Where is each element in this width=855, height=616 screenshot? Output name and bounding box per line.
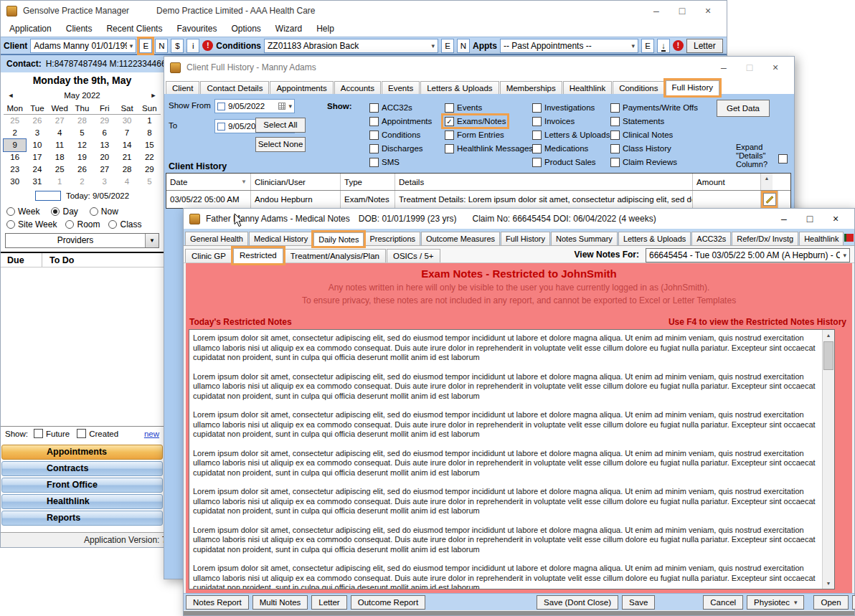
history-tab-full-history[interactable]: Full History [666, 80, 720, 95]
calendar-day[interactable]: 28 [71, 115, 93, 127]
notes-sub-tab-osics-5[interactable]: OSICs / 5+ [387, 249, 440, 262]
calendar-day[interactable]: 6 [93, 127, 115, 139]
notes-tab-medical-history[interactable]: Medical History [249, 232, 313, 245]
notes-scrollbar[interactable]: ▲ ▼ [822, 330, 834, 589]
calendar-day[interactable]: 25 [4, 115, 26, 127]
expand-details-checkbox[interactable] [778, 154, 788, 164]
filter-checkbox-product-sales[interactable]: Product Sales [531, 156, 597, 168]
menu-item-favourites[interactable]: Favourites [176, 24, 217, 34]
scroll-thumb[interactable] [823, 341, 833, 370]
checkbox-future[interactable]: Future [34, 429, 70, 438]
scroll-up-icon[interactable]: ▲ [823, 330, 834, 341]
menu-item-options[interactable]: Options [231, 24, 260, 34]
notes-sub-tab-treatment-analysis-plan[interactable]: Treatment/Analysis/Plan [284, 249, 386, 262]
filter-checkbox-investigations[interactable]: Investigations [531, 102, 596, 113]
notes-tab-notes-summary[interactable]: Notes Summary [551, 232, 618, 245]
filter-checkbox-events[interactable]: Events [443, 102, 483, 113]
menu-item-wizard[interactable]: Wizard [275, 24, 302, 34]
filter-checkbox-exams-notes[interactable]: Exams/Notes [443, 115, 507, 127]
calendar-day[interactable]: 27 [49, 115, 71, 127]
minimize-icon[interactable]: – [643, 1, 669, 20]
calendar-day[interactable]: 11 [49, 139, 71, 151]
conditions-n-button[interactable]: N [457, 39, 470, 53]
calendar-day[interactable]: 10 [26, 139, 48, 151]
notes-tab-daily-notes[interactable]: Daily Notes [313, 232, 364, 246]
calendar-day[interactable]: 12 [71, 139, 93, 151]
history-tab-memberships[interactable]: Memberships [500, 81, 562, 95]
history-tab-letters-uploads[interactable]: Letters & Uploads [420, 81, 499, 95]
download-button[interactable]: ↓ [657, 39, 670, 53]
todo-todo-column[interactable]: To Do [42, 253, 74, 267]
appts-combo[interactable]: -- Past Appointments -- ▾ [500, 39, 638, 53]
calendar-day[interactable]: 29 [93, 115, 115, 127]
nav-section-reports[interactable]: Reports [1, 511, 163, 526]
calendar-day[interactable]: 1 [138, 115, 161, 127]
calendar-day[interactable]: 30 [115, 115, 138, 127]
calendar-day[interactable]: 2 [4, 127, 26, 139]
flag-icon[interactable] [844, 234, 854, 242]
history-tab-accounts[interactable]: Accounts [334, 81, 381, 95]
calendar-day[interactable]: 30 [4, 176, 26, 188]
save-button[interactable]: Save [622, 595, 655, 610]
edit-note-button[interactable] [763, 193, 776, 206]
calendar-day[interactable]: 4 [49, 127, 71, 139]
footer-outcome-report-button[interactable]: Outcome Report [351, 595, 425, 610]
providers-dropdown[interactable]: Providers ▼ [5, 233, 159, 248]
today-box[interactable] [35, 191, 61, 201]
physiotec-dropdown[interactable]: Physiotec ▾ [747, 595, 804, 610]
filter-checkbox-healthlink-messages[interactable]: Healthlink Messages [443, 143, 534, 154]
footer-multi-notes-button[interactable]: Multi Notes [252, 595, 308, 610]
today-label[interactable]: Today: 9/05/2022 [66, 191, 129, 200]
letter-button[interactable]: Letter [686, 39, 723, 53]
calendar-day[interactable]: 23 [4, 164, 26, 176]
filter-checkbox-acc32s[interactable]: ACC32s [368, 102, 414, 113]
chevron-down-icon[interactable]: ▼ [145, 234, 159, 247]
calendar-day[interactable]: 21 [115, 151, 138, 164]
calendar-day[interactable]: 3 [93, 176, 115, 188]
restricted-notes-textarea[interactable]: Lorem ipsum dolor sit amet, consectetur … [189, 329, 835, 589]
calendar-day[interactable]: 5 [138, 176, 161, 188]
notes-sub-tab-clinic-gp[interactable]: Clinic GP [185, 249, 232, 262]
column-header-clinician-user[interactable]: Clinician/User [251, 174, 341, 190]
filter-checkbox-form-entries[interactable]: Form Entries [443, 129, 506, 141]
client-n-button[interactable]: N [155, 39, 168, 53]
filter-checkbox-conditions[interactable]: Conditions [368, 129, 422, 141]
menu-item-recent-clients[interactable]: Recent Clients [106, 24, 162, 34]
calendar-prev-icon[interactable]: ◄ [4, 92, 18, 99]
nav-section-healthlink[interactable]: Healthlink [1, 494, 163, 509]
close-icon[interactable]: × [823, 209, 849, 228]
todo-due-column[interactable]: Due [1, 253, 42, 267]
save-dont-close-button[interactable]: Save (Dont Close) [537, 595, 618, 610]
cancel-button[interactable]: Cancel [703, 595, 743, 610]
calendar-day[interactable]: 24 [26, 164, 48, 176]
view-notes-combo[interactable]: 66645454 - Tue 03/05/22 5:00 AM (A Hepbu… [646, 248, 850, 262]
filter-checkbox-statements[interactable]: Statements [609, 115, 666, 127]
radio-option-week[interactable]: Week [6, 207, 39, 217]
calendar-day[interactable]: 18 [49, 151, 71, 164]
scroll-down-icon[interactable]: ▼ [823, 578, 834, 589]
client-combo[interactable]: Adams Manny 01/01/1999 ▾ [30, 39, 136, 53]
notes-tab-refer-dx-invstg[interactable]: Refer/Dx/ Invstg [732, 232, 798, 245]
notes-sub-tab-restricted[interactable]: Restricted [233, 248, 283, 263]
calendar-day[interactable]: 4 [115, 176, 138, 188]
table-row[interactable]: 03/05/22 05:00 AMAndou HepburnExam/Notes… [166, 191, 790, 208]
table-scrollbar[interactable]: ▲ [761, 174, 773, 190]
minimize-icon[interactable]: – [711, 58, 737, 77]
filter-checkbox-clinical-notes[interactable]: Clinical Notes [609, 129, 674, 141]
close-icon[interactable]: × [762, 58, 788, 77]
history-tab-contact-details[interactable]: Contact Details [200, 81, 269, 95]
maximize-icon[interactable]: □ [669, 1, 695, 20]
calendar-day[interactable]: 3 [26, 127, 48, 139]
column-header-date[interactable]: Date▼ [166, 174, 251, 190]
notes-tab-outcome-measures[interactable]: Outcome Measures [421, 232, 500, 245]
calendar-day[interactable]: 19 [71, 151, 93, 164]
radio-option-site-week[interactable]: Site Week [6, 219, 57, 229]
calendar-day[interactable]: 1 [49, 176, 71, 188]
radio-option-now[interactable]: Now [90, 207, 118, 217]
filter-checkbox-appointments[interactable]: Appointments [368, 115, 433, 127]
filter-checkbox-discharges[interactable]: Discharges [368, 143, 425, 154]
column-header-details[interactable]: Details [395, 174, 693, 190]
calendar-day[interactable]: 20 [93, 151, 115, 164]
close-icon[interactable]: × [695, 1, 721, 20]
history-tab-healthlink[interactable]: Healthlink [563, 81, 613, 95]
